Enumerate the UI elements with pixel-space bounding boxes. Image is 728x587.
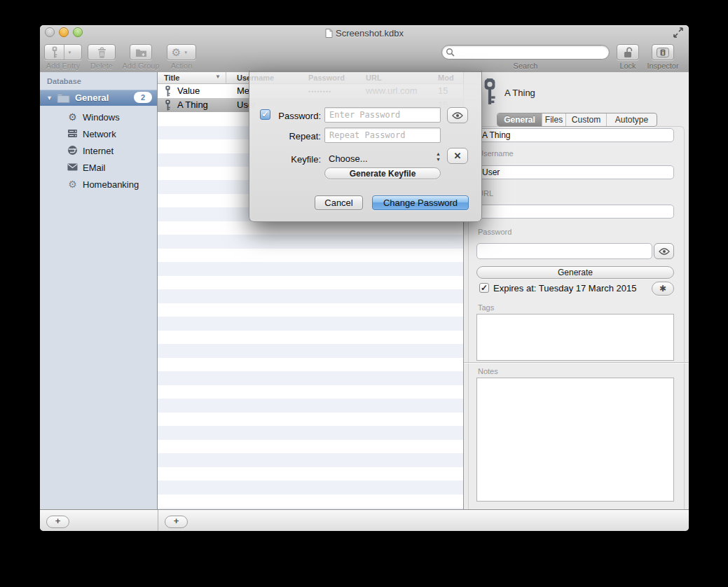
cell-title: Value: [177, 85, 200, 96]
gear-icon: ⚙: [67, 179, 78, 189]
generate-keyfile-button[interactable]: Generate Keyfile: [324, 167, 441, 179]
notes-input[interactable]: [476, 378, 674, 502]
notes-label: Notes: [478, 367, 498, 375]
cell-title: A Thing: [177, 99, 208, 110]
add-group-plus-button[interactable]: +: [46, 516, 69, 528]
tags-label: Tags: [478, 303, 494, 312]
add-group-button[interactable]: [130, 44, 152, 60]
window-chrome: Screenshot.kdbx ▼ Add Entry Delete: [40, 25, 689, 73]
tab-files[interactable]: Files: [542, 113, 566, 126]
inspector-label: Inspector: [641, 62, 685, 70]
sidebar-item-label: Windows: [83, 112, 120, 123]
sidebar-item-internet[interactable]: Internet: [40, 142, 157, 159]
trash-icon: [97, 47, 107, 58]
document-icon: [325, 29, 333, 38]
tags-input[interactable]: [476, 314, 674, 361]
sheet-repeat-input[interactable]: [324, 127, 441, 143]
app-window: Screenshot.kdbx ▼ Add Entry Delete: [40, 25, 689, 531]
folder-icon: [57, 92, 70, 103]
key-icon: [165, 99, 171, 111]
sidebar-group-label: General: [75, 92, 109, 103]
tab-general[interactable]: General: [497, 113, 542, 126]
envelope-icon: [67, 163, 78, 172]
search-input[interactable]: [441, 45, 610, 60]
reveal-password-button[interactable]: [654, 243, 674, 259]
search-field-wrap: [441, 45, 610, 60]
expires-checkbox[interactable]: ✓: [479, 283, 489, 293]
info-icon: i: [657, 48, 669, 57]
sort-indicator-icon: ▼: [215, 74, 221, 80]
unlock-icon: [623, 47, 633, 58]
footer-divider: [158, 510, 158, 531]
close-x-icon: ✕: [454, 151, 462, 161]
action-button[interactable]: ⚙ ▼: [167, 44, 196, 60]
server-icon: [67, 129, 78, 139]
username-input[interactable]: [476, 165, 674, 179]
change-password-button[interactable]: Change Password: [372, 195, 469, 210]
add-entry-button[interactable]: ▼: [44, 44, 82, 60]
cell-username: Me: [237, 85, 249, 96]
cancel-button[interactable]: Cancel: [315, 195, 363, 210]
delete-label: Delete: [86, 62, 117, 70]
password-input[interactable]: [476, 243, 652, 259]
globe-icon: [67, 145, 78, 157]
gear-icon: ⚙: [67, 112, 78, 122]
delete-button[interactable]: [88, 44, 116, 60]
footer-bar: + +: [40, 509, 689, 531]
url-input[interactable]: [476, 205, 674, 219]
keyfile-popup[interactable]: Choose... ▲▼: [324, 150, 444, 167]
disclosure-triangle-icon[interactable]: ▼: [46, 95, 53, 102]
eye-icon: [659, 248, 670, 255]
sidebar-item-label: EMail: [83, 163, 106, 173]
gear-icon: ⚙: [172, 47, 181, 57]
change-password-sheet: ✓ Password: Repeat: Keyfile: Choose... ▲…: [249, 71, 482, 222]
lock-button[interactable]: [617, 44, 639, 60]
sidebar-item-windows[interactable]: ⚙ Windows: [40, 109, 157, 125]
key-icon: [482, 78, 497, 105]
window-title-bar: Screenshot.kdbx: [40, 28, 689, 39]
column-divider[interactable]: [226, 72, 226, 83]
inspector-panel: A Thing General Files Custom Autotype Us…: [463, 72, 689, 509]
key-icon: [165, 85, 171, 97]
sidebar-group-badge: 2: [134, 92, 152, 103]
tab-autotype[interactable]: Autotype: [607, 113, 657, 126]
sidebar: Database ▼ General 2 ⚙ Windows: [40, 72, 158, 509]
expires-options-button[interactable]: ✱: [652, 282, 674, 296]
sidebar-item-label: Internet: [83, 146, 114, 156]
sidebar-item-network[interactable]: Network: [40, 125, 157, 142]
expires-label: Expires at: Tuesday 17 March 2015: [493, 283, 637, 294]
add-group-label: Add Group: [119, 62, 163, 70]
generate-password-button[interactable]: Generate: [476, 266, 674, 279]
inspector-tabs: General Files Custom Autotype: [497, 113, 657, 127]
title-input[interactable]: [476, 128, 674, 142]
sheet-password-input[interactable]: [324, 107, 441, 123]
clear-keyfile-button[interactable]: ✕: [447, 148, 468, 164]
inspector-button[interactable]: i: [652, 44, 674, 60]
stepper-arrows-icon: ▲▼: [436, 151, 441, 163]
search-icon: [446, 48, 455, 57]
sheet-repeat-label: Repeat:: [268, 131, 321, 141]
chevron-down-icon[interactable]: ▼: [64, 50, 76, 55]
sidebar-item-label: Network: [83, 129, 116, 139]
add-entry-label: Add Entry: [40, 62, 86, 70]
sheet-password-label: Password:: [268, 111, 321, 121]
column-header-title[interactable]: Title: [164, 74, 179, 82]
add-entry-plus-button[interactable]: +: [165, 516, 188, 528]
sidebar-header: Database: [47, 77, 81, 85]
sidebar-group-general[interactable]: ▼ General 2: [40, 90, 157, 106]
folder-plus-icon: [135, 48, 147, 57]
keyfile-popup-value: Choose...: [329, 153, 368, 164]
gear-icon: ✱: [659, 284, 666, 294]
sidebar-item-homebanking[interactable]: ⚙ Homebanking: [40, 176, 157, 193]
sheet-keyfile-label: Keyfile:: [268, 154, 321, 165]
chevron-down-icon[interactable]: ▼: [181, 50, 191, 55]
eye-icon: [452, 112, 463, 119]
tab-custom[interactable]: Custom: [566, 113, 607, 126]
username-label: Username: [478, 149, 514, 158]
inspector-entry-title: A Thing: [504, 88, 535, 98]
key-icon: [51, 46, 58, 58]
inspector-divider: [464, 362, 689, 363]
reveal-password-button[interactable]: [447, 107, 468, 123]
sidebar-item-email[interactable]: EMail: [40, 159, 157, 176]
fullscreen-icon[interactable]: [673, 27, 684, 38]
